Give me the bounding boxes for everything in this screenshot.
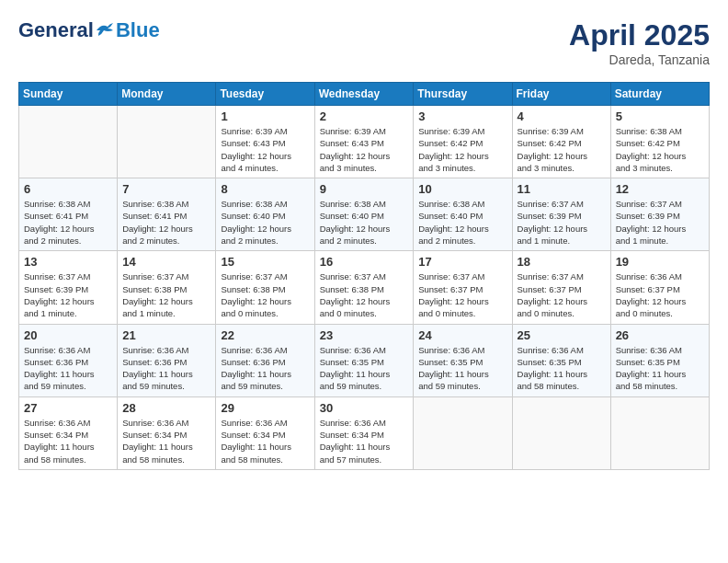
day-number: 17 xyxy=(418,255,506,269)
day-info: Sunrise: 6:36 AM Sunset: 6:36 PM Dayligh… xyxy=(221,344,309,393)
calendar-cell: 22Sunrise: 6:36 AM Sunset: 6:36 PM Dayli… xyxy=(216,324,314,396)
calendar-cell: 30Sunrise: 6:36 AM Sunset: 6:34 PM Dayli… xyxy=(314,396,414,469)
day-info: Sunrise: 6:39 AM Sunset: 6:42 PM Dayligh… xyxy=(418,125,506,174)
day-number: 8 xyxy=(221,182,309,196)
day-number: 19 xyxy=(616,255,704,269)
day-info: Sunrise: 6:38 AM Sunset: 6:40 PM Dayligh… xyxy=(418,198,506,247)
calendar-header-thursday: Thursday xyxy=(414,83,512,106)
day-info: Sunrise: 6:36 AM Sunset: 6:34 PM Dayligh… xyxy=(24,417,112,465)
calendar-cell: 26Sunrise: 6:36 AM Sunset: 6:35 PM Dayli… xyxy=(610,324,709,396)
day-info: Sunrise: 6:36 AM Sunset: 6:36 PM Dayligh… xyxy=(24,344,112,393)
day-number: 18 xyxy=(518,255,606,269)
day-info: Sunrise: 6:37 AM Sunset: 6:37 PM Dayligh… xyxy=(418,270,506,319)
day-number: 7 xyxy=(122,182,210,196)
day-number: 21 xyxy=(122,328,210,342)
day-number: 4 xyxy=(518,109,606,123)
day-number: 2 xyxy=(320,109,409,123)
day-info: Sunrise: 6:37 AM Sunset: 6:39 PM Dayligh… xyxy=(24,270,112,319)
calendar-cell: 24Sunrise: 6:36 AM Sunset: 6:35 PM Dayli… xyxy=(414,324,512,396)
day-number: 3 xyxy=(418,109,506,123)
day-info: Sunrise: 6:39 AM Sunset: 6:43 PM Dayligh… xyxy=(221,125,309,174)
logo-text: General Blue xyxy=(18,18,160,42)
calendar-week-row: 20Sunrise: 6:36 AM Sunset: 6:36 PM Dayli… xyxy=(19,324,710,396)
calendar-cell: 16Sunrise: 6:37 AM Sunset: 6:38 PM Dayli… xyxy=(314,251,414,324)
calendar-cell: 10Sunrise: 6:38 AM Sunset: 6:40 PM Dayli… xyxy=(414,178,512,251)
logo-blue: Blue xyxy=(116,18,160,42)
calendar-cell xyxy=(118,106,216,178)
day-info: Sunrise: 6:36 AM Sunset: 6:36 PM Dayligh… xyxy=(122,344,210,393)
day-number: 20 xyxy=(24,328,112,342)
day-info: Sunrise: 6:36 AM Sunset: 6:34 PM Dayligh… xyxy=(221,417,309,465)
calendar-cell: 17Sunrise: 6:37 AM Sunset: 6:37 PM Dayli… xyxy=(414,251,512,324)
day-number: 1 xyxy=(221,109,309,123)
calendar-header-monday: Monday xyxy=(118,83,216,106)
day-info: Sunrise: 6:37 AM Sunset: 6:39 PM Dayligh… xyxy=(518,198,606,247)
logo-general: General xyxy=(18,18,94,42)
day-number: 11 xyxy=(518,182,606,196)
calendar-cell xyxy=(610,396,709,469)
calendar-cell: 18Sunrise: 6:37 AM Sunset: 6:37 PM Dayli… xyxy=(512,251,610,324)
day-info: Sunrise: 6:37 AM Sunset: 6:37 PM Dayligh… xyxy=(518,270,606,319)
calendar-cell: 12Sunrise: 6:37 AM Sunset: 6:39 PM Dayli… xyxy=(610,178,709,251)
day-info: Sunrise: 6:39 AM Sunset: 6:42 PM Dayligh… xyxy=(518,125,606,174)
day-info: Sunrise: 6:36 AM Sunset: 6:35 PM Dayligh… xyxy=(616,344,704,393)
calendar-header-tuesday: Tuesday xyxy=(216,83,314,106)
day-number: 25 xyxy=(518,328,606,342)
calendar-cell: 9Sunrise: 6:38 AM Sunset: 6:40 PM Daylig… xyxy=(314,178,414,251)
calendar-cell: 29Sunrise: 6:36 AM Sunset: 6:34 PM Dayli… xyxy=(216,396,314,469)
calendar-cell: 27Sunrise: 6:36 AM Sunset: 6:34 PM Dayli… xyxy=(19,396,118,469)
calendar-cell: 1Sunrise: 6:39 AM Sunset: 6:43 PM Daylig… xyxy=(216,106,314,178)
calendar-week-row: 6Sunrise: 6:38 AM Sunset: 6:41 PM Daylig… xyxy=(19,178,710,251)
day-number: 30 xyxy=(320,401,409,415)
location-subtitle: Dareda, Tanzania xyxy=(569,52,710,67)
day-number: 27 xyxy=(24,401,112,415)
day-info: Sunrise: 6:37 AM Sunset: 6:38 PM Dayligh… xyxy=(221,270,309,319)
day-number: 16 xyxy=(320,255,409,269)
calendar-cell: 7Sunrise: 6:38 AM Sunset: 6:41 PM Daylig… xyxy=(118,178,216,251)
calendar-week-row: 13Sunrise: 6:37 AM Sunset: 6:39 PM Dayli… xyxy=(19,251,710,324)
title-block: April 2025 Dareda, Tanzania xyxy=(569,18,710,67)
calendar-cell: 11Sunrise: 6:37 AM Sunset: 6:39 PM Dayli… xyxy=(512,178,610,251)
day-number: 10 xyxy=(418,182,506,196)
logo: General Blue xyxy=(18,18,160,42)
day-info: Sunrise: 6:37 AM Sunset: 6:38 PM Dayligh… xyxy=(320,270,409,319)
day-info: Sunrise: 6:38 AM Sunset: 6:41 PM Dayligh… xyxy=(24,198,112,247)
calendar-table: SundayMondayTuesdayWednesdayThursdayFrid… xyxy=(18,82,710,470)
calendar-cell: 15Sunrise: 6:37 AM Sunset: 6:38 PM Dayli… xyxy=(216,251,314,324)
day-info: Sunrise: 6:38 AM Sunset: 6:40 PM Dayligh… xyxy=(221,198,309,247)
day-info: Sunrise: 6:36 AM Sunset: 6:35 PM Dayligh… xyxy=(518,344,606,393)
day-number: 22 xyxy=(221,328,309,342)
day-info: Sunrise: 6:36 AM Sunset: 6:35 PM Dayligh… xyxy=(320,344,409,393)
logo-bird-icon xyxy=(95,21,115,40)
calendar-cell: 20Sunrise: 6:36 AM Sunset: 6:36 PM Dayli… xyxy=(19,324,118,396)
day-number: 29 xyxy=(221,401,309,415)
day-number: 12 xyxy=(616,182,704,196)
calendar-cell: 6Sunrise: 6:38 AM Sunset: 6:41 PM Daylig… xyxy=(19,178,118,251)
calendar-header-sunday: Sunday xyxy=(19,83,118,106)
day-number: 15 xyxy=(221,255,309,269)
day-info: Sunrise: 6:38 AM Sunset: 6:40 PM Dayligh… xyxy=(320,198,409,247)
day-info: Sunrise: 6:38 AM Sunset: 6:41 PM Dayligh… xyxy=(122,198,210,247)
calendar-cell: 21Sunrise: 6:36 AM Sunset: 6:36 PM Dayli… xyxy=(118,324,216,396)
day-info: Sunrise: 6:36 AM Sunset: 6:35 PM Dayligh… xyxy=(418,344,506,393)
calendar-cell: 19Sunrise: 6:36 AM Sunset: 6:37 PM Dayli… xyxy=(610,251,709,324)
day-number: 13 xyxy=(24,255,112,269)
page-header: General Blue April 2025 Dareda, Tanzania xyxy=(18,18,710,67)
calendar-cell: 4Sunrise: 6:39 AM Sunset: 6:42 PM Daylig… xyxy=(512,106,610,178)
calendar-cell: 2Sunrise: 6:39 AM Sunset: 6:43 PM Daylig… xyxy=(314,106,414,178)
calendar-cell xyxy=(414,396,512,469)
calendar-header-row: SundayMondayTuesdayWednesdayThursdayFrid… xyxy=(19,83,710,106)
month-year-title: April 2025 xyxy=(569,18,710,52)
calendar-cell: 28Sunrise: 6:36 AM Sunset: 6:34 PM Dayli… xyxy=(118,396,216,469)
calendar-cell: 14Sunrise: 6:37 AM Sunset: 6:38 PM Dayli… xyxy=(118,251,216,324)
day-info: Sunrise: 6:38 AM Sunset: 6:42 PM Dayligh… xyxy=(616,125,704,174)
calendar-cell: 3Sunrise: 6:39 AM Sunset: 6:42 PM Daylig… xyxy=(414,106,512,178)
calendar-cell: 23Sunrise: 6:36 AM Sunset: 6:35 PM Dayli… xyxy=(314,324,414,396)
day-number: 23 xyxy=(320,328,409,342)
calendar-cell xyxy=(512,396,610,469)
day-info: Sunrise: 6:36 AM Sunset: 6:37 PM Dayligh… xyxy=(616,270,704,319)
calendar-header-friday: Friday xyxy=(512,83,610,106)
calendar-cell xyxy=(19,106,118,178)
day-number: 9 xyxy=(320,182,409,196)
calendar-cell: 8Sunrise: 6:38 AM Sunset: 6:40 PM Daylig… xyxy=(216,178,314,251)
